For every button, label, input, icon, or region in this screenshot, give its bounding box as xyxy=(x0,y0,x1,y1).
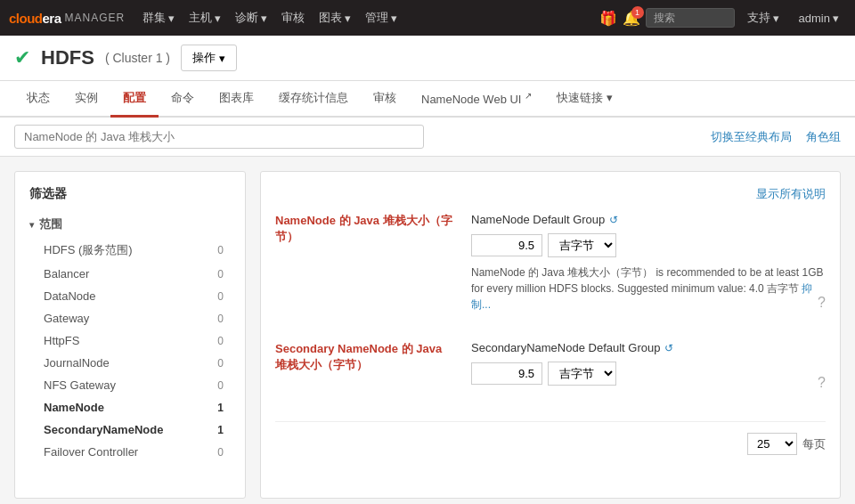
main-content: 筛选器 ▾ 范围 HDFS (服务范围) 0 Balancer 0 DataNo… xyxy=(0,157,855,504)
tab-instances[interactable]: 实例 xyxy=(62,81,110,118)
page-size-select[interactable]: 25 50 100 xyxy=(747,433,797,455)
search-actions: 切换至经典布局 角色组 xyxy=(711,129,841,145)
config-entry-right-2: SecondaryNameNode Default Group ↺ 吉字节 字节… xyxy=(471,341,826,393)
config-input-row-2: 吉字节 字节 千字节 兆字节 xyxy=(471,362,826,386)
nav-audit-btn[interactable]: 审核 xyxy=(274,6,312,29)
tab-audit[interactable]: 审核 xyxy=(361,81,409,118)
nav-charts-btn[interactable]: 图表 ▾ xyxy=(312,6,358,29)
config-entry-namenode-heap: NameNode 的 Java 堆栈大小（字节） NameNode Defaul… xyxy=(275,213,826,313)
service-name: HDFS xyxy=(41,46,94,69)
tab-cache[interactable]: 缓存统计信息 xyxy=(266,81,361,118)
tab-status[interactable]: 状态 xyxy=(14,81,62,118)
refresh-icon-2[interactable]: ↺ xyxy=(664,342,673,354)
tab-navigation: 状态 实例 配置 命令 图表库 缓存统计信息 审核 NameNode Web U… xyxy=(0,81,855,118)
tab-namenode-ui[interactable]: NameNode Web UI ↗ xyxy=(409,82,544,118)
namenode-heap-input[interactable] xyxy=(471,234,542,256)
support-btn[interactable]: 支持 ▾ xyxy=(740,6,786,29)
config-group-label-2: SecondaryNameNode Default Group ↺ xyxy=(471,341,826,354)
manager-logo: MANAGER xyxy=(65,12,126,24)
sidebar-item-hdfs[interactable]: HDFS (服务范围) 0 xyxy=(29,238,231,263)
nav-right-area: 🎁 🔔 1 支持 ▾ admin ▾ xyxy=(599,6,846,29)
logo-area: cloudera MANAGER xyxy=(9,11,125,26)
config-area: 显示所有说明 NameNode 的 Java 堆栈大小（字节） NameNode… xyxy=(260,171,841,499)
sidebar-item-secondary-namenode[interactable]: SecondaryNameNode 1 xyxy=(29,419,231,441)
cloudera-logo: cloudera xyxy=(9,11,61,26)
tab-quick-links[interactable]: 快速链接 ▾ xyxy=(544,81,625,118)
tab-commands[interactable]: 命令 xyxy=(159,81,207,118)
tab-charts[interactable]: 图表库 xyxy=(207,81,266,118)
sidebar-title: 筛选器 xyxy=(15,183,245,211)
service-header: ✔ HDFS ( Cluster 1 ) 操作 ▾ xyxy=(0,36,855,81)
config-entry-left: NameNode 的 Java 堆栈大小（字节） xyxy=(275,213,453,313)
show-all-desc-link[interactable]: 显示所有说明 xyxy=(756,187,826,200)
refresh-icon[interactable]: ↺ xyxy=(609,214,618,226)
global-search-input[interactable] xyxy=(646,8,735,28)
service-cluster: ( Cluster 1 ) xyxy=(105,51,170,65)
bell-container: 🔔 1 xyxy=(623,10,640,27)
sidebar-scope-header[interactable]: ▾ 范围 xyxy=(29,211,231,238)
config-entry-name: NameNode 的 Java 堆栈大小（字节） xyxy=(275,213,453,245)
config-group-label: NameNode Default Group ↺ xyxy=(471,213,826,226)
service-status-icon: ✔ xyxy=(14,46,30,69)
sidebar-item-gateway[interactable]: Gateway 0 xyxy=(29,307,231,329)
notification-badge: 1 xyxy=(631,6,644,19)
role-group-link[interactable]: 角色组 xyxy=(806,129,841,145)
nav-host-btn[interactable]: 主机 ▾ xyxy=(182,6,228,29)
sidebar-item-nfs-gateway[interactable]: NFS Gateway 0 xyxy=(29,374,231,396)
config-search-bar: 切换至经典布局 角色组 xyxy=(0,118,855,157)
sidebar-item-namenode[interactable]: NameNode 1 xyxy=(29,396,231,419)
ops-button[interactable]: 操作 ▾ xyxy=(181,45,237,71)
config-entry-left-2: Secondary NameNode 的 Java 堆栈大小（字节） xyxy=(275,341,453,393)
nav-cluster-btn[interactable]: 群集 ▾ xyxy=(135,6,182,29)
help-icon-2[interactable]: ? xyxy=(818,375,826,391)
config-input-row: 吉字节 字节 千字节 兆字节 xyxy=(471,233,826,257)
nav-diag-btn[interactable]: 诊断 ▾ xyxy=(228,6,274,29)
secondary-namenode-heap-input[interactable] xyxy=(471,362,542,385)
show-all-desc: 显示所有说明 xyxy=(275,186,826,202)
sidebar-item-balancer[interactable]: Balancer 0 xyxy=(29,263,231,285)
external-link-icon: ↗ xyxy=(525,91,532,101)
config-search-input[interactable] xyxy=(14,125,424,149)
pagination-row: 25 50 100 每页 xyxy=(275,421,826,455)
nav-manage-btn[interactable]: 管理 ▾ xyxy=(358,6,404,29)
sidebar-item-failover-controller[interactable]: Failover Controller 0 xyxy=(29,441,231,463)
admin-btn[interactable]: admin ▾ xyxy=(792,8,846,28)
sidebar-item-httpfs[interactable]: HttpFS 0 xyxy=(29,329,231,352)
namenode-heap-unit-select[interactable]: 吉字节 字节 千字节 兆字节 xyxy=(548,233,616,257)
help-icon[interactable]: ? xyxy=(818,295,826,311)
switch-layout-link[interactable]: 切换至经典布局 xyxy=(711,129,792,145)
top-navigation: cloudera MANAGER 群集 ▾ 主机 ▾ 诊断 ▾ 审核 图表 ▾ … xyxy=(0,0,855,36)
chevron-down-icon: ▾ xyxy=(29,220,34,230)
sidebar-item-journalnode[interactable]: JournalNode 0 xyxy=(29,352,231,374)
config-entry-right: NameNode Default Group ↺ 吉字节 字节 千字节 兆字节 … xyxy=(471,213,826,313)
sidebar-item-datanode[interactable]: DataNode 0 xyxy=(29,285,231,307)
config-entry-secondary-namenode-heap: Secondary NameNode 的 Java 堆栈大小（字节） Secon… xyxy=(275,341,826,393)
per-page-label: 每页 xyxy=(802,436,826,452)
tab-config[interactable]: 配置 xyxy=(110,81,159,118)
secondary-namenode-heap-unit-select[interactable]: 吉字节 字节 千字节 兆字节 xyxy=(548,362,616,386)
config-help-text: NameNode 的 Java 堆栈大小（字节） is recommended … xyxy=(471,264,826,313)
config-entry-name-2: Secondary NameNode 的 Java 堆栈大小（字节） xyxy=(275,341,453,373)
gift-icon[interactable]: 🎁 xyxy=(599,10,617,27)
sidebar-filter: 筛选器 ▾ 范围 HDFS (服务范围) 0 Balancer 0 DataNo… xyxy=(14,171,246,499)
sidebar-scope-section: ▾ 范围 HDFS (服务范围) 0 Balancer 0 DataNode 0… xyxy=(15,211,245,463)
